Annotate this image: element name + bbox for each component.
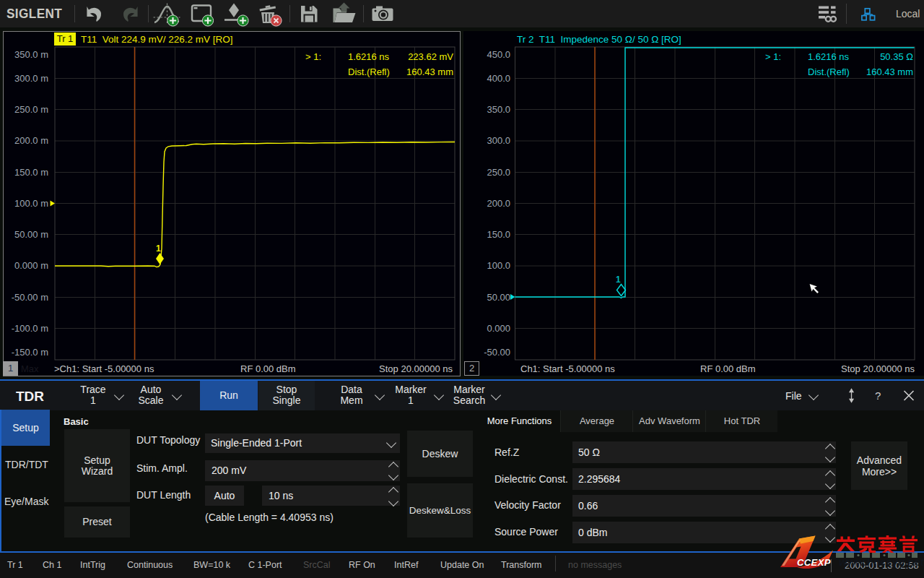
svg-text:CCEXP: CCEXP xyxy=(797,557,831,568)
svg-text:www.hncsyq.net: www.hncsyq.net xyxy=(839,556,924,568)
